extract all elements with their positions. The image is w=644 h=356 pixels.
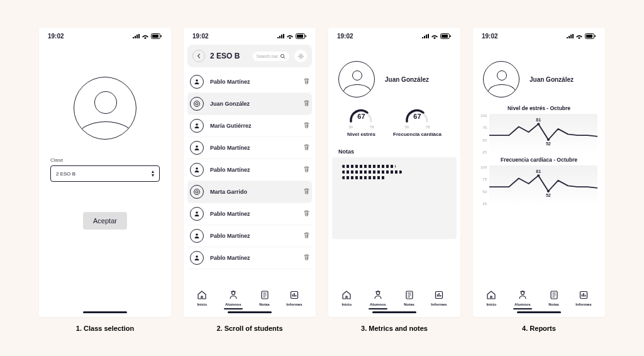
home-indicator [83,311,127,313]
user-icon [193,232,201,240]
nav-informes[interactable]: Informes [575,290,591,309]
nav-alumnos[interactable]: Alumnos [224,290,243,309]
status-bar: 19:02 [184,28,316,42]
notes-box[interactable] [332,157,457,239]
bottom-nav: InicioAlumnosNotasInformes [328,290,460,309]
svg-point-14 [196,167,198,170]
student-name: Pablo Martínez [210,145,297,151]
svg-rect-2 [161,35,162,37]
nav-underline [369,308,387,309]
student-row[interactable]: Pablo Martínez [187,247,312,269]
search-input[interactable]: Search bar [253,52,289,61]
student-name: Marta Garrido [210,189,297,195]
gauge-arc: 67 [404,108,430,124]
caption: 4. Reports [522,325,556,332]
chevron-left-icon [196,53,201,58]
delete-button[interactable] [304,122,309,130]
nav-label: Alumnos [370,303,386,306]
svg-point-18 [196,233,198,236]
student-name: Pablo Martínez [210,233,297,239]
svg-rect-1 [152,35,158,38]
svg-point-6 [280,54,284,57]
nav-notas[interactable]: Notas [548,290,559,309]
nav-alumnos[interactable]: Alumnos [513,290,532,309]
student-row[interactable]: Pablo Martínez [187,203,312,225]
charts-container: Nivel de estrés - Octubre1007550258152Fr… [473,103,605,206]
student-row[interactable]: Marta Garrido [187,181,312,203]
nav-inicio[interactable]: Inicio [341,290,352,309]
nav-notas[interactable]: Notas [259,290,270,309]
nav-notas[interactable]: Notas [404,290,414,309]
settings-button[interactable] [294,50,307,62]
gauge-value: 67 [404,113,430,120]
student-avatar-icon [190,207,204,221]
gauge-min: 50 [348,125,353,129]
chart-area: 8152 [489,114,597,154]
class-select[interactable]: 2 ESO B ▴▾ [50,165,160,182]
student-row[interactable]: Pablo Martínez [187,225,312,247]
nav-inicio[interactable]: Inicio [486,290,496,309]
note-line [342,165,396,168]
nav-label: Notas [259,303,270,306]
svg-point-9 [196,79,198,82]
nav-alumnos[interactable]: Alumnos [369,290,387,309]
class-select-value: 2 ESO B [56,171,75,177]
student-name: María Gutiérrez [210,123,297,129]
student-row[interactable]: Pablo Martínez [187,137,312,159]
student-row[interactable]: Juan González [187,93,312,115]
delete-button[interactable] [304,188,309,196]
delete-button[interactable] [304,210,309,218]
user-icon [193,254,201,262]
caption: 1. Class selection [76,325,134,332]
delete-button[interactable] [304,254,309,262]
home-indicator [517,311,561,313]
svg-rect-4 [297,35,303,38]
gauge-max: 78 [370,125,374,129]
user-icon [193,144,201,152]
nav-label: Alumnos [225,303,242,306]
svg-point-46 [537,174,540,177]
back-button[interactable] [192,50,205,62]
accept-button[interactable]: Aceptar [83,212,127,230]
nav-icon [579,290,589,302]
nav-inicio[interactable]: Inicio [197,290,207,309]
home-indicator [228,311,272,313]
delete-button[interactable] [304,100,309,108]
phone-student-list: 19:02 2 ESO B Search bar Pablo MartínezJ… [184,28,316,317]
nav-icon [373,290,383,302]
nav-informes[interactable]: Informes [431,290,447,309]
student-row[interactable]: María Gutiérrez [187,115,312,137]
student-name: Pablo Martínez [210,255,297,261]
search-placeholder: Search bar [257,54,278,58]
svg-point-15 [194,189,200,195]
student-avatar-icon [190,163,204,177]
svg-point-17 [196,211,198,214]
chart-title: Nivel de estrés - Octubre [480,105,597,111]
phone-metrics: 19:02 Juan González 675078Nivel estrés67… [328,28,460,317]
student-name: Juan González [385,76,429,83]
student-list[interactable]: Pablo MartínezJuan GonzálezMaría Gutiérr… [184,70,316,269]
svg-rect-42 [586,35,592,38]
chart-title: Frecuencia cardíaca - Octubre [480,157,597,163]
student-name: Juan González [210,101,297,107]
svg-point-45 [547,138,550,141]
status-time: 19:02 [48,33,64,40]
svg-rect-5 [306,35,307,37]
student-name: Pablo Martínez [210,211,297,217]
delete-button[interactable] [304,232,309,240]
delete-button[interactable] [304,166,309,174]
delete-button[interactable] [304,144,309,152]
nav-icon [289,290,299,302]
nav-informes[interactable]: Informes [286,290,302,309]
svg-rect-43 [595,35,596,37]
delete-button[interactable] [304,78,309,86]
phone-class-selection: 19:02 Clase 2 ESO B ▴▾ Aceptar [39,28,171,317]
chart-block: Frecuencia cardíaca - Octubre10075502581… [473,154,605,206]
student-row[interactable]: Pablo Martínez [187,159,312,181]
gear-icon [297,53,304,60]
student-row[interactable]: Pablo Martínez [187,71,312,93]
svg-point-44 [537,123,540,125]
y-axis: 100755025 [480,114,487,154]
status-icons [277,33,307,39]
svg-point-47 [547,190,550,192]
